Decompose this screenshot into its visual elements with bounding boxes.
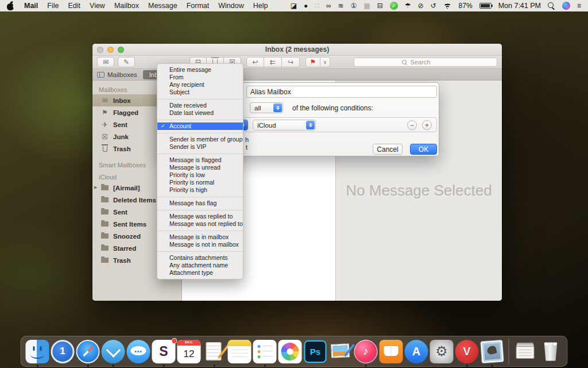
close-button[interactable] [97,47,103,53]
menu-separator[interactable] [157,231,243,231]
dock-itunes[interactable]: ♪ [354,340,378,363]
menu-item-sender-member-group[interactable]: Sender is member of group [157,136,243,143]
spotlight-icon[interactable] [548,2,555,10]
menu-window[interactable]: Window [218,0,243,12]
grid-app-icon[interactable]: ▦ [363,0,370,12]
reply-all-button[interactable]: ⇇ [264,57,282,67]
dock-window-stack[interactable] [514,340,537,363]
menu-item-subject[interactable]: Subject [157,89,243,96]
title-bar[interactable]: Inbox (2 messages) [92,44,502,56]
dock-trash[interactable] [539,340,563,363]
menu-item-replied-to[interactable]: Message was replied to [157,213,243,220]
menu-item-message-has-flag[interactable]: Message has flag [157,200,243,207]
menu-separator[interactable] [157,99,243,99]
search-input[interactable] [409,58,450,66]
menu-separator[interactable] [157,154,243,154]
circle-app-icon[interactable]: ● [304,0,308,12]
battery-percentage[interactable]: 87% [459,2,473,10]
dock-reminders[interactable] [253,340,277,363]
dock-image-editor[interactable] [329,340,353,363]
green-app-icon[interactable]: ✓ [390,2,398,10]
dock-notes[interactable] [228,340,252,363]
dock-safari[interactable] [76,340,100,363]
dock-divider[interactable] [509,338,509,365]
menu-view[interactable]: View [90,0,105,12]
dock-1password[interactable]: 1 [51,340,75,363]
menu-item-sender-vip[interactable]: Sender is VIP [157,143,243,151]
menu-item-date-last-viewed[interactable]: Date last viewed [157,109,243,117]
dock-finder[interactable] [26,340,49,363]
apple-menu-icon[interactable] [7,2,14,10]
remove-condition-button[interactable]: − [407,120,417,130]
menu-item-priority-normal[interactable]: Priority is normal [157,179,243,186]
menu-separator[interactable] [157,251,243,252]
menu-item-message-unread[interactable]: Message is unread [157,164,243,171]
battery-icon[interactable] [479,3,492,9]
notification-center-icon[interactable]: ≡ [577,0,581,12]
menu-item-any-attachment-name[interactable]: Any attachment name [157,262,243,269]
menu-item-contains-attachments[interactable]: Contains attachments [157,254,243,262]
menu-item-entire-message[interactable]: Entire message [157,66,243,74]
mailboxes-button[interactable]: Mailboxes [97,71,137,78]
match-popup[interactable]: all [250,102,283,113]
dock-messages[interactable]: ••• [127,340,150,363]
flag-button[interactable]: ⚑ [305,57,320,67]
menu-item-attachment-type[interactable]: Attachment type [157,269,243,277]
condition-value-popup[interactable]: iCloud [253,120,316,131]
compose-button[interactable]: ✎ [118,57,135,67]
menu-item-account[interactable]: ✓ Account [157,122,243,130]
dock-document-editor[interactable] [203,340,226,363]
zoom-button[interactable] [118,47,124,53]
dock-photoshop[interactable]: Ps [304,340,327,363]
creative-cloud-icon[interactable]: ∞ [326,0,331,12]
umbrella-icon[interactable]: ☂ [405,0,411,12]
do-not-disturb-icon[interactable]: ⊘ [417,0,423,12]
menu-format[interactable]: Format [187,0,210,12]
dock-slack[interactable]: S [152,340,176,363]
cancel-button[interactable]: Cancel [373,144,403,155]
menu-message[interactable]: Message [148,0,177,12]
menu-edit[interactable]: Edit [68,0,80,12]
columns-app-icon[interactable]: ∷ [315,0,319,12]
disclosure-triangle-icon[interactable]: ▶ [94,185,97,190]
menu-item-in-mailbox[interactable]: Message is in mailbox [157,233,243,241]
forward-button[interactable]: ↪ [282,57,300,67]
get-mail-button[interactable]: ✉ [97,57,114,67]
menu-item-any-recipient[interactable]: Any recipient [157,81,243,89]
menu-separator[interactable] [157,133,243,133]
menu-item-priority-low[interactable]: Priority is low [157,171,243,179]
minimize-button[interactable] [107,47,114,53]
menu-separator[interactable] [157,197,243,197]
siri-icon[interactable] [562,2,570,10]
mailbox-name-field[interactable] [246,86,437,98]
menu-item-date-received[interactable]: Date received [157,102,243,109]
menu-item-not-in-mailbox[interactable]: Message is not in mailbox [157,241,243,248]
dock-system-preferences[interactable]: ⚙ [430,340,454,363]
dock-photos[interactable] [278,340,302,363]
menu-item-message-flagged[interactable]: Message is flagged [157,156,243,164]
window-manager-icon[interactable]: ◪ [291,0,297,12]
menu-separator[interactable] [157,210,243,210]
menu-separator[interactable] [157,120,243,120]
dock-app-store[interactable]: A [405,340,428,363]
dock-airmail[interactable] [102,340,125,363]
dock-mackeeper[interactable]: V [455,340,479,363]
wifi-icon[interactable] [443,3,452,9]
ok-button[interactable]: OK [410,144,437,155]
flag-menu-button[interactable]: ∨ [320,57,330,67]
menu-item-from[interactable]: From [157,74,243,81]
search-field[interactable] [354,57,497,67]
menu-file[interactable]: File [47,0,59,12]
menu-mail[interactable]: Mail [24,0,38,12]
menu-help[interactable]: Help [253,0,268,12]
antenna-app-icon[interactable]: ≋ [338,0,343,12]
menubar-clock[interactable]: Mon 7:41 PM [498,2,541,10]
window-layout-icon[interactable]: ⊟ [377,0,383,12]
menu-mailbox[interactable]: Mailbox [114,0,139,12]
one-circle-icon[interactable]: ① [351,0,357,12]
dock-calendar[interactable]: DEC 12 [177,340,201,363]
menu-item-not-replied-to[interactable]: Message was not replied to [157,220,243,228]
time-machine-icon[interactable]: ↺ [431,0,436,12]
dock-mail[interactable] [481,340,504,363]
menu-item-priority-high[interactable]: Priority is high [157,186,243,194]
